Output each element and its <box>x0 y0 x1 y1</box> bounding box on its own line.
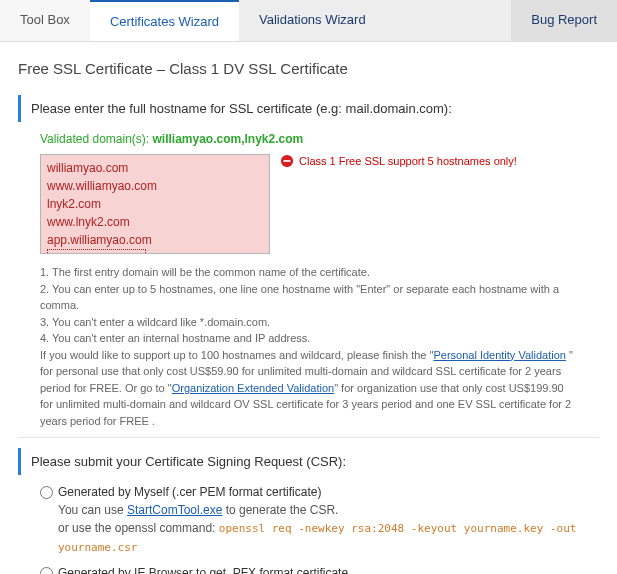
hostname-entry: www.williamyao.com <box>47 177 263 195</box>
radio-generated-myself[interactable] <box>40 486 53 499</box>
radio-generated-ie[interactable] <box>40 567 53 575</box>
tab-validations-wizard[interactable]: Validations Wizard <box>239 0 386 41</box>
tab-bar: Tool Box Certificates Wizard Validations… <box>0 0 617 42</box>
myself-details: You can use StartComTool.exe to generate… <box>58 501 577 556</box>
page-title: Free SSL Certificate – Class 1 DV SSL Ce… <box>18 60 599 77</box>
tab-bug-report[interactable]: Bug Report <box>511 0 617 41</box>
svg-rect-1 <box>284 160 291 162</box>
error-icon <box>280 154 294 168</box>
link-startcomtool[interactable]: StartComTool.exe <box>127 503 222 517</box>
hostname-textarea[interactable]: williamyao.com www.williamyao.com lnyk2.… <box>40 154 270 254</box>
hostname-entry: williamyao.com <box>47 159 263 177</box>
tab-toolbox[interactable]: Tool Box <box>0 0 90 41</box>
radio-label-myself: Generated by Myself (.cer PEM format cer… <box>58 485 321 499</box>
error-message: Class 1 Free SSL support 5 hostnames onl… <box>280 154 517 168</box>
tab-certificates-wizard[interactable]: Certificates Wizard <box>90 0 239 41</box>
hostname-entry: git.williamyao.com <box>47 249 146 254</box>
hostname-entry: www.lnyk2.com <box>47 213 263 231</box>
hostname-notes: 1. The first entry domain will be the co… <box>40 264 577 429</box>
csr-section-label: Please submit your Certificate Signing R… <box>18 448 599 475</box>
divider <box>18 437 599 438</box>
link-organization-extended-validation[interactable]: Organization Extended Validation <box>172 382 334 394</box>
hostname-entry: lnyk2.com <box>47 195 263 213</box>
link-personal-identity-validation[interactable]: Personal Identity Validation <box>433 349 566 361</box>
hostname-entry: app.williamyao.com <box>47 231 263 249</box>
radio-label-ie: Generated by IE Browser to get .PFX form… <box>58 566 348 574</box>
hostname-section-label: Please enter the full hostname for SSL c… <box>18 95 599 122</box>
validated-domains: Validated domain(s): williamyao.com,lnyk… <box>40 132 577 146</box>
